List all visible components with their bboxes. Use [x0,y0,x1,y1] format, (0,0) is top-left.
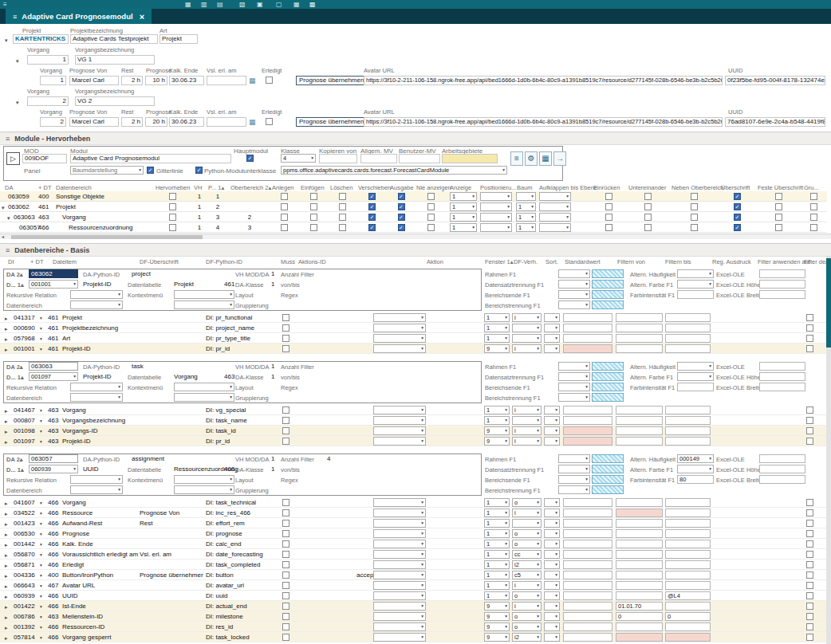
excel-ole-hoehe-input[interactable] [759,465,805,473]
expand-icon[interactable]: ▸ [5,439,8,445]
expand-icon[interactable]: ▸ [5,326,8,332]
filtern-bis-input[interactable] [665,426,711,435]
dateitem-row[interactable]: ▸000807▾463VorgangsbezeichnungDI: task_n… [0,415,827,426]
calendar-icon[interactable]: ▦ [249,77,256,84]
neben-oberbereich-checkbox[interactable] [691,203,698,210]
filtern-bis-input[interactable] [665,334,711,343]
standardwert-input[interactable] [563,416,612,425]
expand-icon[interactable]: ▸ [5,615,8,620]
expand-icon[interactable]: ▸ [5,583,8,589]
filtern-von-input[interactable] [616,529,663,538]
einfuegen-checkbox[interactable] [310,224,317,231]
anlegen-checkbox[interactable] [281,214,288,221]
df-verh-select[interactable]: ▾ [512,334,542,343]
python-unterklasse-select[interactable]: ppms.office.adaptivecards.cards.forecast… [281,166,507,175]
muss-checkbox[interactable] [282,427,289,434]
anlegen-checkbox[interactable] [281,193,288,200]
aktion-select[interactable]: ▾ [373,612,426,621]
filtern-von-input[interactable] [616,324,663,332]
muss-checkbox[interactable] [282,406,289,414]
datenbereich-select[interactable]: ▾ [70,485,123,494]
sort-select[interactable]: ▾ [544,519,560,528]
chevron-down-icon[interactable]: ▾ [40,635,42,640]
aufklappen-select[interactable]: ▾ [539,213,571,222]
layout-icon[interactable]: ▧ [239,1,246,8]
standardwert-input[interactable] [563,529,612,538]
excel-ole-input[interactable] [759,269,805,278]
hscroll-thumb[interactable] [11,235,203,239]
modul-field[interactable]: Adaptive Card Prognosemodul [70,154,231,163]
einfuegen-checkbox[interactable] [310,193,317,200]
bereichstrennung-select[interactable]: ▾ [558,485,590,494]
filtern-bis-input[interactable] [665,622,711,631]
dateitem-row[interactable]: ▸041317▾461ProjektDI: pr_functional▾1▾i▾… [0,312,827,323]
einruecken-checkbox[interactable] [605,214,612,221]
df-verh-select[interactable]: i▾ [512,437,542,446]
fenster-select[interactable]: 1▾ [484,406,510,414]
expand-icon[interactable]: ▸ [5,521,8,527]
gru-checkbox[interactable] [810,214,817,221]
aktion-select[interactable]: ▾ [373,437,426,446]
aktion-select[interactable]: ▾ [373,633,426,642]
filter-deaktiviert-checkbox[interactable] [806,623,813,630]
dateitem-row[interactable]: ▸001001▾461Projekt-IDDI: pr_id▾9▾i▾▾ [0,344,827,354]
df-verh-select[interactable]: o▾ [512,622,542,631]
filter-deaktiviert-checkbox[interactable] [806,509,813,516]
positionierung-select[interactable]: ▾ [480,192,512,201]
aktion-select[interactable]: ▾ [373,571,426,579]
ueberschrift-checkbox[interactable]: ✓ [734,203,741,210]
muss-checkbox[interactable] [282,571,289,579]
df-verh-select[interactable]: i▾ [512,426,542,435]
filtern-von-input[interactable] [616,622,663,631]
overview-icon[interactable]: ▩ [309,1,316,8]
excel-ole-breite-input[interactable] [759,475,805,484]
uuid-cell[interactable]: 0f23f5be-fd95-004f-8178-132474e8386e [725,76,825,85]
filtern-bis-input[interactable] [665,437,711,446]
sort-select[interactable]: ▾ [544,540,560,548]
dateitem-row[interactable]: ▸060939▾466UUIDDI: uuid▾1▾o▾▾@L4 [0,591,827,601]
vsl-erl-am-cell[interactable] [207,76,246,85]
expand-icon[interactable]: ▸ [5,316,8,321]
muss-checkbox[interactable] [282,499,289,506]
chevron-down-icon[interactable]: ▾ [40,326,42,331]
filtern-von-input[interactable] [616,426,663,435]
standardwert-input[interactable] [563,550,612,559]
kopieren-von-field[interactable] [319,154,357,163]
gru-checkbox[interactable] [810,193,817,200]
neben-oberbereich-checkbox[interactable] [691,193,698,200]
expand-icon[interactable]: ▸ [5,501,8,506]
feste-ueberschrift-checkbox[interactable] [775,224,782,231]
sort-select[interactable]: ▾ [544,529,560,538]
filtern-von-input[interactable] [616,313,663,322]
db-section-header[interactable]: ≡ Datenbereiche - Basis [0,243,831,257]
muss-checkbox[interactable] [282,561,289,568]
dateitem-row[interactable]: ▸066643▾467Avatar URLDI: avatar_url▾1▾i▾… [0,580,827,591]
filter-deaktiviert-checkbox[interactable] [806,417,813,424]
anzeige-select[interactable]: 1▾ [450,192,477,201]
filtern-von-input[interactable]: 0 [616,612,663,621]
bereichsende-color-swatch[interactable] [592,475,624,484]
gitterlinie-checkbox[interactable]: ✓ [147,167,154,174]
fenster-select[interactable]: 1▾ [484,324,510,332]
datenbereich-name[interactable]: Ressourcenzuordnung [69,224,133,231]
ueberschrift-checkbox[interactable]: ✓ [734,224,741,231]
dateitem-row[interactable]: ▸041467▾463VorgangDI: vg_special▾1▾i▾▾ [0,405,827,415]
datensatztrennung-color-swatch[interactable] [592,465,624,473]
filtern-bis-input[interactable] [665,550,711,559]
aktion-select[interactable]: ▾ [373,519,426,528]
chevron-down-icon[interactable]: ▾ [40,625,42,630]
expand-icon[interactable]: ▸ [5,635,8,641]
sort-select[interactable]: ▾ [544,509,560,517]
bereichsende-color-swatch[interactable] [592,383,624,391]
dateitem-row[interactable]: ▸041607▾466VorgangDI: task_technical▾1▾o… [0,497,827,508]
chevron-down-icon[interactable]: ▾ [40,511,42,516]
nie-anzeigen-checkbox[interactable] [427,193,435,200]
muss-checkbox[interactable] [282,551,289,558]
table-icon[interactable]: ▦ [293,1,300,8]
bereichstrennung-color-swatch[interactable] [592,300,624,309]
sort-select[interactable]: ▾ [544,437,560,446]
standardwert-input[interactable] [563,540,612,548]
filtern-bis-input[interactable] [665,519,711,528]
muss-checkbox[interactable] [282,603,289,610]
chevron-down-icon[interactable]: ▾ [40,501,42,505]
